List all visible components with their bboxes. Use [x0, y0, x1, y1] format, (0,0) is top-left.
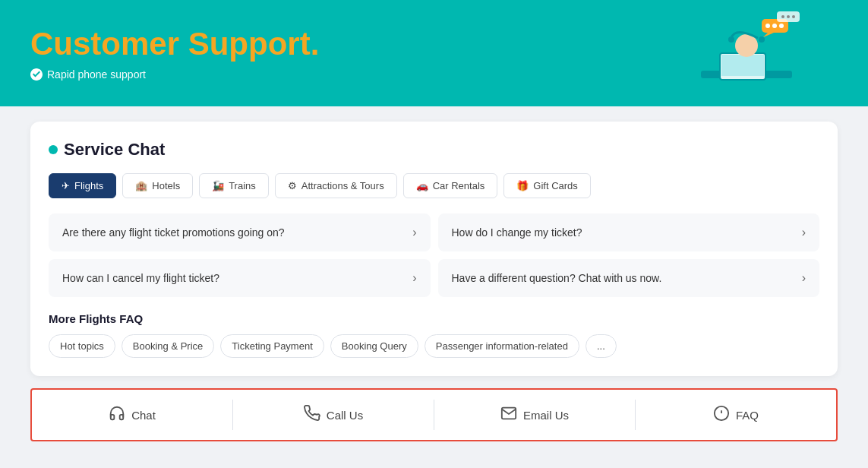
info-icon — [713, 405, 730, 425]
faq-chevron-1: › — [412, 226, 416, 239]
attractions-icon: ⚙ — [288, 180, 297, 191]
faq-item-1-text: Are there any flight ticket promotions g… — [62, 226, 285, 239]
tab-trains[interactable]: 🚂 Trains — [199, 173, 269, 198]
faq-chevron-4: › — [802, 271, 806, 285]
agent-svg — [678, 4, 815, 103]
tag-more[interactable]: ... — [586, 334, 617, 358]
faq-item-3[interactable]: How can I cancel my flight ticket? › — [49, 259, 431, 297]
faq-item-3-text: How can I cancel my flight ticket? — [62, 272, 219, 284]
bottom-bar-chat[interactable]: Chat — [32, 390, 232, 440]
tab-hotels[interactable]: 🏨 Hotels — [122, 173, 193, 198]
svg-point-6 — [759, 36, 765, 43]
phone-icon — [304, 405, 320, 425]
tab-hotels-label: Hotels — [152, 180, 180, 191]
tag-ticketing-payment-label: Ticketing Payment — [232, 340, 312, 352]
faq-chevron-3: › — [412, 271, 416, 285]
bottom-bar: Chat Call Us Email Us — [30, 388, 838, 441]
service-chat-card: Service Chat ✈ Flights 🏨 Hotels 🚂 Trains… — [30, 122, 838, 376]
tab-flights-label: Flights — [74, 180, 103, 191]
tab-gift-cards-label: Gift Cards — [533, 180, 578, 191]
email-icon — [500, 405, 517, 425]
main-content: Service Chat ✈ Flights 🏨 Hotels 🚂 Trains… — [0, 106, 868, 457]
faq-item-4[interactable]: Have a different question? Chat with us … — [438, 259, 820, 297]
tag-booking-query-label: Booking Query — [342, 340, 407, 352]
tab-attractions[interactable]: ⚙ Attractions & Tours — [275, 173, 397, 198]
tabs-container: ✈ Flights 🏨 Hotels 🚂 Trains ⚙ Attraction… — [49, 173, 819, 198]
email-us-label: Email Us — [523, 409, 569, 422]
header: Customer Support. Rapid phone support — [0, 0, 868, 106]
tag-booking-price-label: Booking & Price — [133, 340, 204, 352]
svg-rect-3 — [721, 55, 764, 76]
bottom-bar-faq[interactable]: FAQ — [636, 390, 836, 440]
tab-flights[interactable]: ✈ Flights — [49, 173, 116, 198]
faq-item-4-text: Have a different question? Chat with us … — [452, 272, 662, 284]
header-title: Customer Support. — [30, 26, 319, 62]
tab-car-rentals[interactable]: 🚗 Car Rentals — [403, 173, 498, 198]
tab-attractions-label: Attractions & Tours — [301, 180, 384, 191]
tag-booking-price[interactable]: Booking & Price — [122, 334, 215, 358]
svg-point-10 — [772, 24, 777, 28]
tab-trains-label: Trains — [229, 180, 256, 191]
tag-hot-topics[interactable]: Hot topics — [49, 334, 115, 358]
more-faq-title: More Flights FAQ — [49, 312, 819, 325]
faq-item-2-text: How do I change my ticket? — [452, 226, 582, 239]
hotels-icon: 🏨 — [135, 180, 147, 191]
svg-marker-8 — [763, 33, 774, 37]
faq-item-1[interactable]: Are there any flight ticket promotions g… — [49, 213, 431, 251]
faq-grid: Are there any flight ticket promotions g… — [49, 213, 819, 297]
svg-point-13 — [781, 15, 784, 18]
header-subtitle: Rapid phone support — [30, 68, 319, 81]
headphones-icon — [109, 405, 125, 425]
tag-booking-query[interactable]: Booking Query — [330, 334, 418, 358]
faq-chevron-2: › — [802, 226, 806, 239]
faq-label: FAQ — [736, 409, 759, 422]
car-icon: 🚗 — [416, 180, 428, 191]
svg-point-9 — [765, 24, 770, 28]
more-faq-section: More Flights FAQ Hot topics Booking & Pr… — [49, 312, 819, 358]
trains-icon: 🚂 — [212, 180, 224, 191]
svg-point-5 — [728, 36, 734, 43]
tag-passenger-info-label: Passenger information-related — [436, 340, 568, 352]
flights-icon: ✈ — [62, 180, 70, 191]
tab-car-rentals-label: Car Rentals — [433, 180, 485, 191]
tag-hot-topics-label: Hot topics — [60, 340, 104, 352]
svg-point-14 — [787, 15, 790, 18]
call-us-label: Call Us — [327, 409, 363, 422]
header-illustration — [671, 0, 822, 106]
tab-gift-cards[interactable]: 🎁 Gift Cards — [503, 173, 591, 198]
svg-point-11 — [779, 24, 784, 28]
service-chat-title: Service Chat — [64, 140, 165, 160]
faq-tags-container: Hot topics Booking & Price Ticketing Pay… — [49, 334, 819, 358]
header-title-text: Customer Support — [30, 26, 311, 62]
chat-label: Chat — [131, 409, 156, 422]
gift-icon: 🎁 — [516, 180, 529, 191]
service-chat-header: Service Chat — [49, 140, 819, 160]
rapid-phone-support-label: Rapid phone support — [47, 68, 146, 81]
faq-item-2[interactable]: How do I change my ticket? › — [438, 213, 820, 251]
checkmark-icon — [30, 68, 43, 81]
header-left: Customer Support. Rapid phone support — [30, 26, 319, 81]
svg-point-15 — [792, 15, 795, 18]
service-chat-dot — [49, 145, 58, 154]
tag-passenger-info[interactable]: Passenger information-related — [425, 334, 579, 358]
tag-ticketing-payment[interactable]: Ticketing Payment — [220, 334, 324, 358]
bottom-bar-email-us[interactable]: Email Us — [434, 390, 635, 440]
bottom-bar-call-us[interactable]: Call Us — [233, 390, 434, 440]
tag-more-label: ... — [597, 340, 605, 352]
header-dot: . — [311, 26, 320, 62]
